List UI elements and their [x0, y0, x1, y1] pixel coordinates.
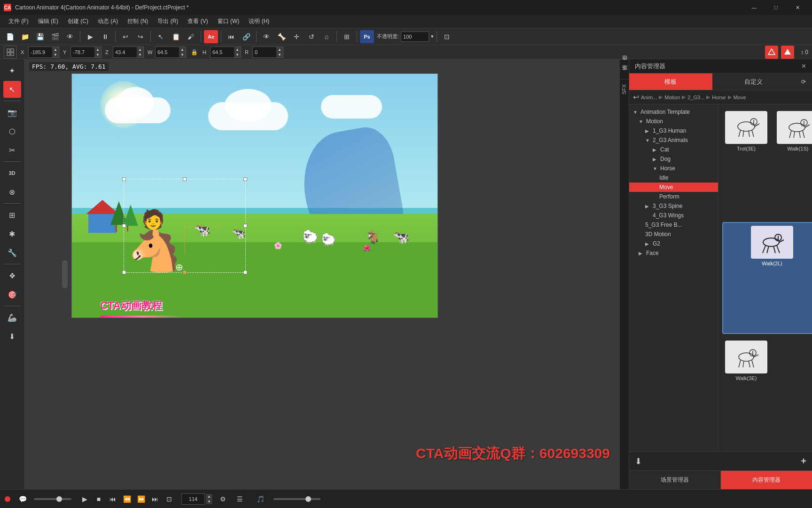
maximize-button[interactable]: □	[765, 0, 787, 15]
next-frame-btn[interactable]: ⏩	[134, 492, 148, 506]
horse-main[interactable]: 🐴	[128, 228, 181, 270]
save-button[interactable]: 💾	[33, 30, 47, 43]
side-tab-scene[interactable]: 场景	[620, 69, 629, 79]
move-btn[interactable]: ✛	[289, 30, 304, 43]
r-up[interactable]: ▲	[276, 47, 283, 52]
tree-face[interactable]: ▶ Face	[629, 248, 718, 258]
lock-icon[interactable]: 🔒	[190, 49, 199, 56]
tool-cut[interactable]: ✂	[3, 142, 21, 159]
transform-btn[interactable]: ⊡	[440, 30, 454, 43]
tool-rig[interactable]: 🔧	[3, 244, 21, 261]
bc-motion[interactable]: Motion	[664, 95, 680, 100]
next-key-btn[interactable]: ⏭	[148, 492, 162, 506]
tab-custom[interactable]: 自定义	[712, 73, 796, 90]
pause-button[interactable]: ⏸	[98, 30, 112, 43]
z-input[interactable]	[113, 47, 137, 57]
tree-idle[interactable]: Idle	[629, 173, 718, 183]
frame-input[interactable]	[181, 493, 205, 505]
chat-btn[interactable]: 💬	[16, 492, 29, 506]
select-button[interactable]: ↖	[154, 30, 168, 43]
bc-horse[interactable]: Horse	[712, 95, 726, 100]
tree-g3-spine[interactable]: ▶ 3_G3 Spine	[629, 201, 718, 211]
stop-btn[interactable]: ■	[92, 492, 105, 506]
bc-move[interactable]: Move	[734, 95, 746, 100]
tool-pointer[interactable]: ↖	[3, 81, 21, 98]
menu-view[interactable]: 查看 (V)	[183, 15, 212, 28]
tree-g3-human[interactable]: ▶ 1_G3 Human	[629, 126, 718, 135]
timeline-thumb-right[interactable]	[305, 496, 311, 502]
paint-button[interactable]: 🖌	[184, 30, 198, 43]
side-tab-sfx[interactable]: SFX	[620, 79, 629, 99]
tool-path[interactable]: ✱	[3, 225, 21, 242]
refresh-btn[interactable]: ↺	[304, 30, 319, 43]
tool-more-1[interactable]: 🦾	[3, 309, 21, 326]
h-input[interactable]	[211, 47, 234, 57]
tool-puppet[interactable]: ⊗	[3, 183, 21, 200]
x-up[interactable]: ▲	[52, 47, 59, 52]
h-input-box[interactable]: ▲▼	[210, 47, 241, 58]
settings-btn[interactable]: ⚙	[216, 492, 229, 506]
timeline-link[interactable]: 🔗	[239, 30, 253, 43]
home-btn[interactable]: ⌂	[320, 30, 334, 43]
x-input-box[interactable]: ▲▼	[28, 47, 59, 58]
bc-g3[interactable]: 2_G3...	[687, 95, 704, 100]
frame-down[interactable]: ▼	[206, 499, 212, 504]
canvas-area[interactable]: FPS: 7.60, AVG: 7.61	[24, 59, 619, 489]
rider[interactable]: 🧑	[141, 208, 165, 230]
btn-content-manager[interactable]: 内容管理器	[721, 471, 812, 489]
h-up[interactable]: ▲	[234, 47, 241, 52]
tree-3d-motion[interactable]: 3D Motion	[629, 230, 718, 239]
tree-dog[interactable]: ▶ Dog	[629, 154, 718, 164]
record-dot[interactable]	[5, 496, 10, 502]
menu-export[interactable]: 导出 (R)	[153, 15, 183, 28]
menu-edit[interactable]: 编辑 (E)	[33, 15, 63, 28]
grid-btn[interactable]: ⊞	[340, 30, 354, 43]
tool-particle[interactable]: ❖	[3, 267, 21, 284]
tab-template[interactable]: 模板	[629, 73, 712, 90]
breadcrumb-back[interactable]: ↩	[633, 93, 639, 102]
tree-animation-template[interactable]: ▼ Animation Template	[629, 107, 718, 117]
tree-g3-free[interactable]: 5_G3 Free B...	[629, 220, 718, 230]
menu-file[interactable]: 文件 (F)	[4, 15, 33, 28]
tool-node[interactable]: ⬡	[3, 123, 21, 140]
r-input-box[interactable]: ▲▼	[252, 47, 283, 58]
eye-btn[interactable]: 👁	[259, 30, 273, 43]
r-input[interactable]	[253, 47, 276, 57]
y-input-box[interactable]: ▲▼	[70, 47, 102, 58]
h-down[interactable]: ▼	[234, 52, 241, 57]
list-btn[interactable]: ☰	[233, 492, 246, 506]
minimize-button[interactable]: —	[743, 0, 765, 15]
scene-button[interactable]: 🎬	[48, 30, 62, 43]
scene-canvas[interactable]: 🐄 🐄 🐴 🧑 ⊕ 🐑 🐑	[71, 73, 438, 318]
menu-animate[interactable]: 动态 (A)	[93, 15, 123, 28]
content-walk3e[interactable]: Walk(3E)	[722, 338, 770, 448]
content-trot3e[interactable]: Trot(3E)	[722, 108, 770, 218]
tree-cat[interactable]: ▶ Cat	[629, 145, 718, 154]
bone-btn[interactable]: 🦴	[274, 30, 289, 43]
goto-start[interactable]: ⏮	[224, 30, 238, 43]
bc-anim[interactable]: Anim...	[641, 95, 657, 100]
menu-window[interactable]: 窗口 (W)	[213, 15, 244, 28]
menu-control[interactable]: 控制 (N)	[123, 15, 153, 28]
w-input-box[interactable]: ▲▼	[155, 47, 186, 58]
preview-button[interactable]: 👁	[63, 30, 77, 43]
redo-button[interactable]: ↪	[133, 30, 148, 43]
loop-btn[interactable]: ⊡	[163, 492, 176, 506]
x-input[interactable]	[29, 47, 52, 57]
close-button[interactable]: ✕	[787, 0, 808, 15]
undo-button[interactable]: ↩	[118, 30, 133, 43]
shape-btn-1[interactable]	[765, 46, 778, 59]
menu-create[interactable]: 创建 (C)	[63, 15, 93, 28]
ps-btn[interactable]: Ps	[360, 30, 374, 43]
tool-camera[interactable]: 📷	[3, 104, 21, 121]
y-up[interactable]: ▲	[94, 47, 101, 52]
tool-3d[interactable]: 3D	[3, 165, 21, 182]
tree-move[interactable]: Move	[629, 183, 718, 192]
x-down[interactable]: ▼	[52, 52, 59, 57]
shape-btn-2[interactable]	[781, 46, 794, 59]
z-input-box[interactable]: ▲▼	[113, 47, 144, 58]
y-input[interactable]	[71, 47, 94, 57]
copy-button[interactable]: 📋	[169, 30, 183, 43]
y-down[interactable]: ▼	[94, 52, 101, 57]
panel-close-icon[interactable]: ✕	[801, 63, 806, 70]
